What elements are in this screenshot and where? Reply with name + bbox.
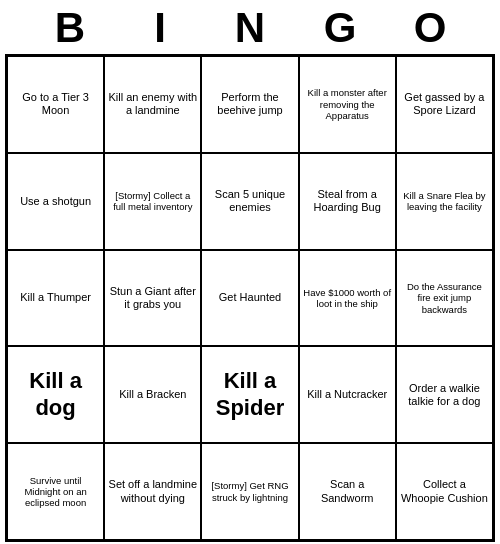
bingo-cell[interactable]: Kill a Thumper bbox=[7, 250, 104, 347]
letter-i: I bbox=[115, 4, 205, 52]
bingo-cell[interactable]: Steal from a Hoarding Bug bbox=[299, 153, 396, 250]
bingo-cell[interactable]: Do the Assurance fire exit jump backward… bbox=[396, 250, 493, 347]
bingo-cell[interactable]: Kill a monster after removing the Appara… bbox=[299, 56, 396, 153]
bingo-cell[interactable]: Stun a Giant after it grabs you bbox=[104, 250, 201, 347]
bingo-cell[interactable]: Scan a Sandworm bbox=[299, 443, 396, 540]
letter-o: O bbox=[385, 4, 475, 52]
bingo-cell[interactable]: Collect a Whoopie Cushion bbox=[396, 443, 493, 540]
bingo-cell[interactable]: Scan 5 unique enemies bbox=[201, 153, 298, 250]
letter-g: G bbox=[295, 4, 385, 52]
bingo-cell[interactable]: Survive until Midnight on an eclipsed mo… bbox=[7, 443, 104, 540]
bingo-cell[interactable]: Have $1000 worth of loot in the ship bbox=[299, 250, 396, 347]
bingo-cell[interactable]: Kill a Snare Flea by leaving the facilit… bbox=[396, 153, 493, 250]
bingo-header: B I N G O bbox=[0, 0, 500, 54]
bingo-cell[interactable]: Perform the beehive jump bbox=[201, 56, 298, 153]
letter-n: N bbox=[205, 4, 295, 52]
bingo-cell[interactable]: Go to a Tier 3 Moon bbox=[7, 56, 104, 153]
bingo-cell[interactable]: Get Haunted bbox=[201, 250, 298, 347]
bingo-cell[interactable]: Order a walkie talkie for a dog bbox=[396, 346, 493, 443]
bingo-cell[interactable]: Kill a Spider bbox=[201, 346, 298, 443]
letter-b: B bbox=[25, 4, 115, 52]
bingo-cell[interactable]: Kill a Nutcracker bbox=[299, 346, 396, 443]
bingo-cell[interactable]: Use a shotgun bbox=[7, 153, 104, 250]
bingo-cell[interactable]: Get gassed by a Spore Lizard bbox=[396, 56, 493, 153]
bingo-cell[interactable]: [Stormy] Get RNG struck by lightning bbox=[201, 443, 298, 540]
bingo-cell[interactable]: Kill a dog bbox=[7, 346, 104, 443]
bingo-grid: Go to a Tier 3 MoonKill an enemy with a … bbox=[5, 54, 495, 542]
bingo-cell[interactable]: [Stormy] Collect a full metal inventory bbox=[104, 153, 201, 250]
bingo-cell[interactable]: Kill a Bracken bbox=[104, 346, 201, 443]
bingo-cell[interactable]: Kill an enemy with a landmine bbox=[104, 56, 201, 153]
bingo-cell[interactable]: Set off a landmine without dying bbox=[104, 443, 201, 540]
